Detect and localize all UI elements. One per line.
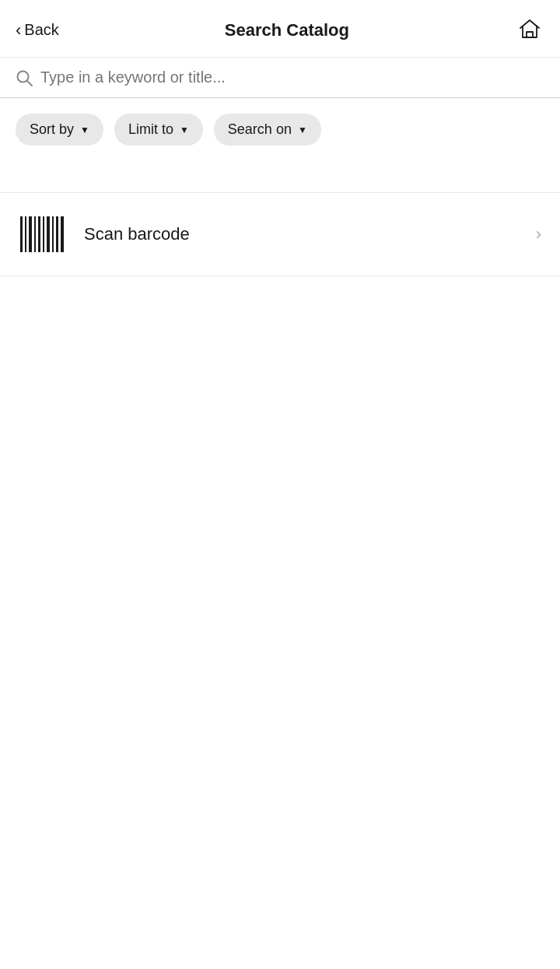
- svg-rect-8: [47, 216, 50, 252]
- svg-line-1: [27, 81, 32, 86]
- sort-by-dropdown-icon: ▼: [80, 125, 89, 135]
- home-icon: [518, 17, 541, 43]
- scan-barcode-row[interactable]: Scan barcode ›: [0, 192, 560, 276]
- scan-barcode-label: Scan barcode: [84, 224, 536, 244]
- sort-by-label: Sort by: [30, 121, 74, 138]
- search-bar: [0, 58, 560, 98]
- svg-rect-6: [38, 216, 40, 252]
- svg-rect-11: [61, 216, 64, 252]
- search-on-button[interactable]: Search on ▼: [214, 114, 321, 146]
- filter-row: Sort by ▼ Limit to ▼ Search on ▼: [0, 98, 560, 161]
- back-chevron-icon: ‹: [16, 22, 21, 39]
- svg-rect-3: [25, 216, 26, 252]
- search-input[interactable]: [40, 68, 544, 86]
- limit-to-label: Limit to: [128, 121, 173, 138]
- app-header: ‹ Back Search Catalog: [0, 0, 560, 58]
- home-button[interactable]: [515, 14, 544, 46]
- search-icon: [16, 69, 33, 86]
- search-on-label: Search on: [228, 121, 292, 138]
- limit-to-dropdown-icon: ▼: [180, 125, 189, 135]
- svg-rect-2: [20, 216, 23, 252]
- scan-barcode-chevron-icon: ›: [536, 224, 541, 244]
- barcode-icon: [19, 215, 65, 254]
- limit-to-button[interactable]: Limit to ▼: [114, 114, 203, 146]
- svg-rect-9: [52, 216, 54, 252]
- svg-rect-7: [43, 216, 44, 252]
- page-title: Search Catalog: [59, 20, 515, 40]
- back-label: Back: [24, 21, 58, 39]
- svg-rect-4: [29, 216, 32, 252]
- svg-rect-10: [56, 216, 58, 252]
- svg-rect-5: [34, 216, 36, 252]
- sort-by-button[interactable]: Sort by ▼: [16, 114, 103, 146]
- back-button[interactable]: ‹ Back: [16, 18, 59, 42]
- search-on-dropdown-icon: ▼: [298, 125, 307, 135]
